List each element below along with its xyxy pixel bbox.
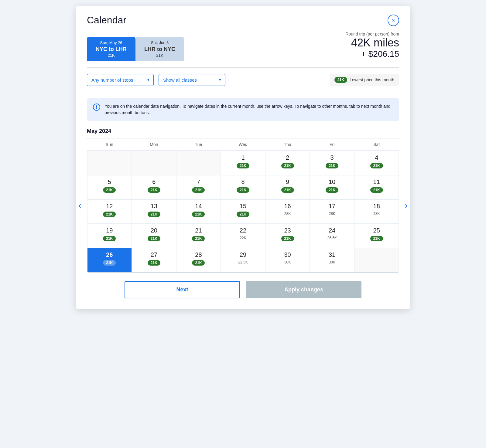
day-price: 21K: [148, 187, 160, 193]
filters-row: Any number of stops Nonstop only 1 stop …: [87, 74, 399, 86]
tab-outbound[interactable]: Sun, May 26 NYC to LHR 21K: [87, 37, 135, 61]
day-number: 16: [284, 203, 291, 210]
weekday-header-sat: Sat: [354, 138, 399, 151]
day-number: 27: [151, 251, 157, 258]
header-divider: [87, 67, 399, 68]
modal-header: Calendar ×: [87, 15, 399, 26]
calendar-cell[interactable]: 1521K: [221, 199, 265, 224]
tab-outbound-route: NYC to LHR: [94, 46, 128, 53]
calendar-header: SunMonTueWedThuFriSat: [87, 138, 399, 151]
day-number: 28: [195, 251, 202, 258]
calendar-wrapper: ‹ › SunMonTueWedThuFriSat 121K221K321K42…: [87, 138, 399, 273]
calendar-cell[interactable]: 921K: [265, 175, 310, 199]
weekday-header-mon: Mon: [132, 138, 176, 151]
day-number: 31: [329, 251, 335, 258]
calendar-cell[interactable]: 3030K: [265, 248, 310, 272]
calendar-cell[interactable]: 2721K: [132, 248, 176, 272]
stops-filter[interactable]: Any number of stops Nonstop only 1 stop …: [87, 74, 154, 86]
day-number: 20: [151, 227, 157, 234]
day-price: 21K: [148, 212, 160, 217]
weekday-header-thu: Thu: [265, 138, 310, 151]
tab-return[interactable]: Sat, Jun 8 LHR to NYC 21K: [135, 37, 184, 61]
day-price: 30K: [284, 260, 291, 264]
day-number: 3: [330, 154, 334, 161]
day-number: 25: [373, 227, 380, 234]
day-number: 23: [284, 227, 291, 234]
day-price: 28K: [373, 212, 380, 216]
day-price: 21K: [370, 163, 383, 168]
day-price: 21K: [281, 187, 294, 193]
prev-month-button[interactable]: ‹: [76, 198, 84, 213]
calendar-cell: [132, 151, 176, 175]
day-number: 10: [329, 178, 335, 185]
day-number: 7: [197, 178, 200, 185]
calendar-cell[interactable]: 621K: [132, 175, 176, 199]
calendar-cell[interactable]: 2621K: [87, 248, 132, 272]
tab-outbound-date: Sun, May 26: [94, 40, 128, 45]
info-text: You are on the calendar date navigation.…: [104, 103, 393, 116]
weekday-header-wed: Wed: [221, 138, 265, 151]
calendar-cell[interactable]: 2321K: [265, 224, 310, 248]
legend-badge: 21K Lowest price this month: [330, 74, 399, 86]
calendar-cell[interactable]: 2021K: [132, 224, 176, 248]
calendar-cell[interactable]: 2426.5K: [310, 224, 354, 248]
weekday-header-sun: Sun: [87, 138, 132, 151]
calendar-cell[interactable]: 1628K: [265, 199, 310, 224]
day-price: 21K: [192, 236, 205, 241]
day-number: 8: [241, 178, 245, 185]
next-month-button[interactable]: ›: [402, 198, 410, 213]
day-price: 21K: [192, 260, 205, 266]
calendar-cell[interactable]: 2121K: [176, 224, 221, 248]
month-label: May 2024: [87, 128, 399, 134]
day-number: 5: [108, 178, 111, 185]
price-miles: 42K miles: [345, 36, 399, 49]
day-price: 21K: [237, 212, 249, 217]
day-number: 12: [106, 203, 113, 210]
calendar-cell[interactable]: 1221K: [87, 199, 132, 224]
calendar-cell[interactable]: 2922.5K: [221, 248, 265, 272]
day-price: 28K: [284, 212, 291, 216]
next-button[interactable]: Next: [125, 281, 240, 298]
calendar-grid: SunMonTueWedThuFriSat 121K221K321K421K52…: [87, 138, 399, 273]
day-price: 26.5K: [327, 236, 337, 240]
calendar-cell[interactable]: 1921K: [87, 224, 132, 248]
apply-button[interactable]: Apply changes: [246, 281, 361, 298]
day-price: 21K: [192, 212, 205, 217]
close-button[interactable]: ×: [388, 15, 399, 26]
calendar-cell[interactable]: 1728K: [310, 199, 354, 224]
calendar-cell[interactable]: 821K: [221, 175, 265, 199]
price-cash: + $206.15: [345, 49, 399, 59]
filters-divider: [87, 92, 399, 92]
weekday-header-fri: Fri: [310, 138, 354, 151]
calendar-cell[interactable]: 121K: [221, 151, 265, 175]
calendar-cell[interactable]: 1421K: [176, 199, 221, 224]
class-filter[interactable]: Show all classes Economy Business First: [159, 74, 225, 86]
calendar-cell[interactable]: 2521K: [354, 224, 399, 248]
calendar-cell[interactable]: 221K: [265, 151, 310, 175]
legend-price-pill: 21K: [334, 77, 347, 83]
calendar-cell[interactable]: 1121K: [354, 175, 399, 199]
calendar-cell[interactable]: 1321K: [132, 199, 176, 224]
calendar-cell[interactable]: 2821K: [176, 248, 221, 272]
day-price: 21K: [237, 187, 249, 193]
info-icon: i: [93, 104, 100, 111]
day-number: 14: [195, 203, 202, 210]
day-number: 15: [240, 203, 246, 210]
calendar-cell[interactable]: 1021K: [310, 175, 354, 199]
calendar-cell[interactable]: 421K: [354, 151, 399, 175]
calendar-cell: [87, 151, 132, 175]
tab-outbound-miles: 21K: [94, 53, 128, 58]
day-number: 9: [286, 178, 289, 185]
calendar-cell[interactable]: 3130K: [310, 248, 354, 272]
day-price: 21K: [148, 236, 160, 241]
day-number: 2: [286, 154, 289, 161]
calendar-cell[interactable]: 721K: [176, 175, 221, 199]
day-number: 18: [373, 203, 380, 210]
calendar-cell[interactable]: 521K: [87, 175, 132, 199]
calendar-cell[interactable]: 1828K: [354, 199, 399, 224]
day-number: 1: [241, 154, 245, 161]
calendar-cell[interactable]: 321K: [310, 151, 354, 175]
calendar-cell[interactable]: 2222K: [221, 224, 265, 248]
day-price: 21K: [103, 236, 116, 241]
calendar-cell: [354, 248, 399, 272]
